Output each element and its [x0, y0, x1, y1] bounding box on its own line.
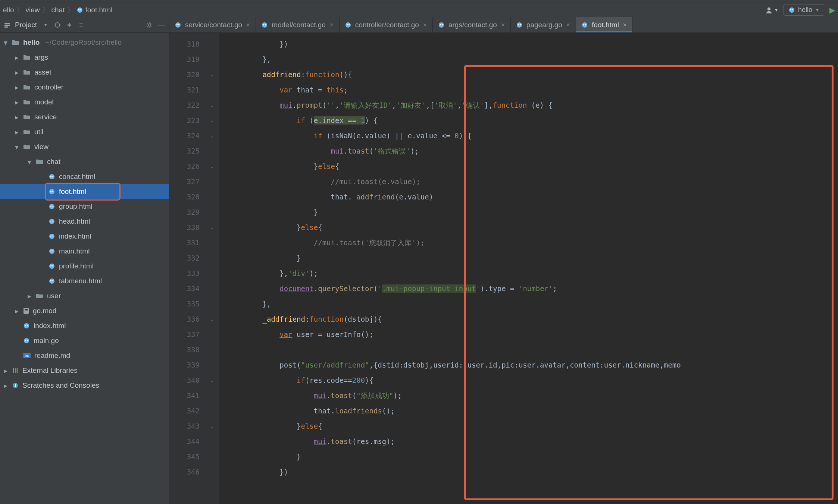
fold-marker[interactable]: ⌄ [205, 67, 219, 82]
project-view-icon[interactable] [4, 22, 10, 28]
tree-row[interactable]: ▸go.mod [0, 303, 169, 318]
code-line[interactable]: post("user/addfriend",{dstid:dstobj,user… [228, 357, 838, 373]
fold-marker[interactable] [205, 281, 219, 296]
tree-twisty-icon[interactable]: ▸ [14, 113, 19, 122]
close-icon[interactable]: ✕ [246, 22, 250, 28]
tree-row[interactable]: foot.html [0, 184, 169, 199]
tree-twisty-icon[interactable]: ▸ [27, 292, 32, 300]
fold-marker[interactable] [205, 189, 219, 205]
code-line[interactable]: document.querySelector('.mui-popup-input… [228, 281, 838, 296]
line-number[interactable]: 328 [169, 189, 200, 205]
code-line[interactable]: //mui.toast('您取消了入库'); [228, 235, 838, 251]
tree-twisty-icon[interactable]: ▾ [3, 38, 8, 47]
code-line[interactable]: mui.prompt('','请输入好友ID','加好友',['取消','确认'… [228, 98, 838, 113]
tree-row[interactable]: ▸model [0, 95, 169, 110]
fold-marker[interactable]: ⌄ [205, 419, 219, 434]
fold-marker[interactable] [205, 327, 219, 342]
line-number[interactable]: 319 [169, 52, 200, 67]
line-number[interactable]: 318 [169, 37, 200, 52]
tree-row[interactable]: ▸Scratches and Consoles [0, 378, 169, 393]
line-number[interactable]: 327 [169, 174, 200, 189]
tree-row[interactable]: ▸External Libraries [0, 363, 169, 378]
line-number[interactable]: 323 [169, 113, 200, 128]
code-area[interactable]: }) }, addfriend:function(){ var that = t… [219, 33, 838, 504]
breadcrumb-item[interactable]: chat [51, 6, 65, 14]
line-number[interactable]: 322 [169, 98, 200, 113]
code-line[interactable]: _addfriend:function(dstobj){ [228, 312, 838, 327]
tree-row[interactable]: ▸controller [0, 80, 169, 95]
code-line[interactable]: that._addfriend(e.value) [228, 189, 838, 205]
tree-row[interactable]: MDreadme.md [0, 348, 169, 363]
tree-row[interactable]: group.html [0, 199, 169, 214]
close-icon[interactable]: ✕ [329, 22, 334, 28]
code-line[interactable]: }else{ [228, 419, 838, 434]
code-line[interactable]: } [228, 205, 838, 220]
line-number[interactable]: 339 [169, 357, 200, 373]
code-line[interactable]: }, [228, 296, 838, 312]
code-line[interactable]: var that = this; [228, 82, 838, 98]
expand-all-icon[interactable] [65, 21, 74, 29]
tree-row[interactable]: tabmenu.html [0, 274, 169, 289]
chevron-down-icon[interactable]: ▼ [41, 21, 50, 29]
tree-twisty-icon[interactable]: ▸ [14, 53, 19, 62]
code-line[interactable]: addfriend:function(){ [228, 67, 838, 82]
fold-marker[interactable] [205, 144, 219, 159]
code-line[interactable]: if (isNaN(e.value) || e.value <= 0) { [228, 128, 838, 144]
line-number[interactable]: 343 [169, 419, 200, 434]
tree-row[interactable]: ▸args [0, 50, 169, 65]
line-number[interactable]: 341 [169, 388, 200, 403]
tree-twisty-icon[interactable]: ▸ [14, 98, 19, 107]
editor-tab[interactable]: controller/contact.go✕ [340, 17, 433, 32]
tree-row[interactable]: main.go [0, 333, 169, 348]
close-icon[interactable]: ✕ [423, 22, 427, 28]
tree-twisty-icon[interactable]: ▸ [14, 128, 19, 136]
fold-gutter[interactable]: ⌄⌄⌄⌄⌄⌄⌄⌄⌄ [205, 33, 219, 504]
line-number[interactable]: 340 [169, 373, 200, 388]
line-number[interactable]: 324 [169, 128, 200, 144]
fold-marker[interactable] [205, 342, 219, 357]
tree-row[interactable]: index.html [0, 229, 169, 244]
tree-row[interactable]: profile.html [0, 259, 169, 274]
fold-marker[interactable] [205, 266, 219, 281]
fold-marker[interactable]: ⌄ [205, 98, 219, 113]
tree-row[interactable]: ▾chat [0, 154, 169, 169]
line-number[interactable]: 330 [169, 220, 200, 235]
tree-row[interactable]: ▸user [0, 289, 169, 303]
line-number[interactable]: 346 [169, 464, 200, 480]
breadcrumb-item[interactable]: ello [3, 6, 14, 14]
fold-marker[interactable]: ⌄ [205, 220, 219, 235]
code-editor[interactable]: 3183193203213223233243253263273283293303… [169, 33, 838, 504]
tree-row[interactable]: index.html [0, 318, 169, 333]
tree-row[interactable]: ▾view [0, 139, 169, 154]
code-line[interactable] [228, 342, 838, 357]
tree-row[interactable]: concat.html [0, 169, 169, 184]
hide-icon[interactable]: — [157, 21, 165, 29]
fold-marker[interactable] [205, 434, 219, 449]
run-button[interactable]: ▶ [829, 6, 835, 15]
fold-marker[interactable] [205, 52, 219, 67]
fold-marker[interactable] [205, 296, 219, 312]
tree-twisty-icon[interactable]: ▸ [14, 68, 19, 77]
fold-marker[interactable] [205, 37, 219, 52]
line-number[interactable]: 321 [169, 82, 200, 98]
line-number[interactable]: 342 [169, 403, 200, 419]
editor-tab[interactable]: args/contact.go✕ [433, 17, 511, 32]
close-icon[interactable]: ✕ [623, 22, 627, 28]
fold-marker[interactable] [205, 251, 219, 266]
tree-row[interactable]: ▸asset [0, 65, 169, 80]
code-line[interactable]: }else{ [228, 159, 838, 174]
fold-marker[interactable] [205, 82, 219, 98]
code-line[interactable]: }) [228, 37, 838, 52]
breadcrumb-item[interactable]: view [26, 6, 40, 14]
line-number[interactable]: 335 [169, 296, 200, 312]
editor-tab[interactable]: model/contact.go✕ [256, 17, 340, 32]
code-line[interactable]: } [228, 449, 838, 464]
fold-marker[interactable] [205, 357, 219, 373]
fold-marker[interactable] [205, 205, 219, 220]
code-line[interactable]: if(res.code==200){ [228, 373, 838, 388]
code-line[interactable]: //mui.toast(e.value); [228, 174, 838, 189]
line-number[interactable]: 345 [169, 449, 200, 464]
tree-twisty-icon[interactable]: ▾ [14, 143, 19, 151]
fold-marker[interactable]: ⌄ [205, 373, 219, 388]
code-line[interactable]: mui.toast(res.msg); [228, 434, 838, 449]
